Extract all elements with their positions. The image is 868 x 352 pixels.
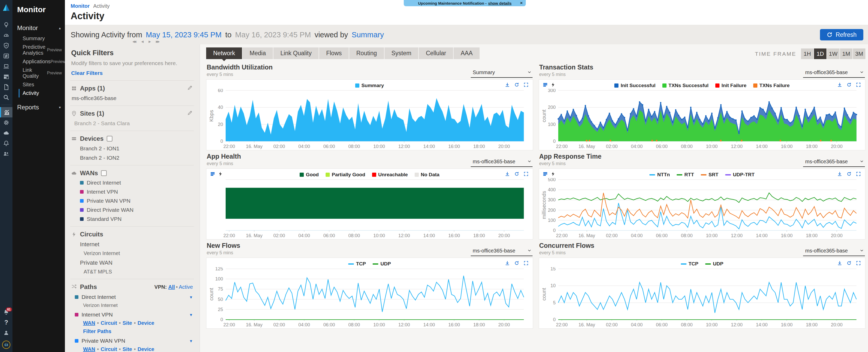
path-group[interactable]: Direct Internet▼ xyxy=(75,294,193,300)
wans-checkbox[interactable] xyxy=(101,170,107,176)
download-icon[interactable] xyxy=(837,260,842,267)
expand-icon[interactable] xyxy=(856,171,861,178)
timeframe-1M[interactable]: 1M xyxy=(840,48,852,59)
sidebar-item-activity[interactable]: Activity xyxy=(19,89,65,98)
chevron-down-icon[interactable]: ▼ xyxy=(189,339,193,343)
path-group[interactable]: Internet VPN▼ xyxy=(75,312,193,318)
tab-network[interactable]: Network xyxy=(206,47,242,59)
download-icon[interactable] xyxy=(837,171,842,178)
legend-item-summary[interactable]: Summary xyxy=(355,83,384,89)
path-scope-site[interactable]: Site xyxy=(123,320,132,326)
breadcrumb-monitor[interactable]: Monitor xyxy=(71,3,90,9)
download-icon[interactable] xyxy=(505,171,510,178)
legend-item-no-data[interactable]: No Data xyxy=(415,172,440,178)
rail-laptop[interactable] xyxy=(0,61,12,72)
tab-flows[interactable]: Flows xyxy=(319,47,349,59)
wan-item[interactable]: Private WAN VPN xyxy=(80,198,193,204)
banner-show-details-link[interactable]: show details xyxy=(488,1,512,5)
wan-item[interactable]: Direct Internet xyxy=(80,180,193,186)
rail-layout[interactable] xyxy=(0,72,12,82)
expand-icon[interactable] xyxy=(856,260,861,267)
path-scope-wan[interactable]: WAN xyxy=(83,346,95,352)
rail-document[interactable] xyxy=(0,82,12,92)
path-scope-site[interactable]: Site xyxy=(123,346,132,352)
expand-icon[interactable] xyxy=(523,260,529,267)
chart-scope-select[interactable]: ms-office365-base xyxy=(803,69,865,78)
tab-media[interactable]: Media xyxy=(243,47,273,59)
vpn-active-link[interactable]: Active xyxy=(179,284,193,290)
path-scope-device[interactable]: Device xyxy=(137,320,154,326)
tab-aaa[interactable]: AAA xyxy=(454,47,479,59)
vpn-all-link[interactable]: All xyxy=(168,284,175,290)
device-item[interactable]: Branch 2 - ION2 xyxy=(80,155,193,161)
refresh-chart-icon[interactable] xyxy=(846,171,851,178)
refresh-chart-icon[interactable] xyxy=(846,82,851,89)
banner-close-icon[interactable]: × xyxy=(520,1,523,6)
timeframe-1W[interactable]: 1W xyxy=(827,48,839,59)
circuit-item[interactable]: Verizon Internet xyxy=(84,250,193,256)
download-icon[interactable] xyxy=(505,82,510,89)
legend-item-udp[interactable]: UDP xyxy=(705,261,723,267)
rail-gauge[interactable] xyxy=(0,30,12,40)
device-item[interactable]: Branch 2 - ION1 xyxy=(80,145,193,152)
legend-item-txns-failure[interactable]: TXNs Failure xyxy=(753,83,789,89)
edit-apps-button[interactable] xyxy=(187,85,193,92)
pager-arrow-3[interactable]: ▸▸ xyxy=(156,39,159,44)
filter-paths-link[interactable]: Filter Paths xyxy=(83,328,193,335)
viewed-by-summary-link[interactable]: Summary xyxy=(351,31,384,39)
sidebar-item-predictive-analytics[interactable]: Predictive Analytics Preview xyxy=(19,43,65,57)
rail-users[interactable] xyxy=(0,148,12,159)
rail-help[interactable]: ? xyxy=(0,317,12,328)
expand-icon[interactable] xyxy=(856,82,861,89)
bolt-icon[interactable] xyxy=(551,82,556,89)
rail-activity-chart[interactable] xyxy=(0,107,12,117)
rail-lightbulb[interactable] xyxy=(0,20,12,30)
wan-item[interactable]: Direct Private WAN xyxy=(80,207,193,213)
chart-scope-select[interactable]: ms-office365-base xyxy=(803,248,865,256)
pager-arrow-1[interactable]: ◂ xyxy=(141,39,143,44)
rail-user[interactable] xyxy=(0,328,12,338)
bolt-icon[interactable] xyxy=(218,171,223,178)
tab-cellular[interactable]: Cellular xyxy=(419,47,453,59)
pager-arrow-0[interactable]: ◂◂ xyxy=(132,39,135,44)
circuit-group[interactable]: Private WAN xyxy=(80,259,193,266)
sidebar-item-link-quality[interactable]: Link Quality Preview xyxy=(19,66,65,80)
path-group[interactable]: Private WAN VPN▼ xyxy=(75,338,193,344)
path-scope-wan[interactable]: WAN xyxy=(83,320,95,326)
rail-swap[interactable] xyxy=(0,51,12,61)
sidebar-item-applications[interactable]: Applications Preview xyxy=(19,57,65,66)
legend-item-udp[interactable]: UDP xyxy=(373,261,391,267)
bolt-icon[interactable] xyxy=(551,171,556,178)
rail-alert-bell[interactable] xyxy=(0,138,12,148)
path-sub-item[interactable]: Verizon Internet xyxy=(83,303,193,308)
chevron-down-icon[interactable]: ▼ xyxy=(189,313,193,317)
refresh-button[interactable]: Refresh xyxy=(820,29,863,40)
legend-item-init-successful[interactable]: Init Successful xyxy=(614,83,655,89)
path-scope-device[interactable]: Device xyxy=(137,346,154,352)
legend-item-udp-trt[interactable]: UDP-TRT xyxy=(725,172,754,178)
chart-scope-select[interactable]: ms-office365-base xyxy=(471,159,532,167)
rail-gear[interactable] xyxy=(0,117,12,128)
path-scope-circuit[interactable]: Circuit xyxy=(101,346,117,352)
download-icon[interactable] xyxy=(837,82,842,89)
chart-scope-select[interactable]: ms-office365-base xyxy=(803,159,865,167)
refresh-chart-icon[interactable] xyxy=(514,82,519,89)
timeframe-1H[interactable]: 1H xyxy=(801,48,813,59)
wan-item[interactable]: Standard VPN xyxy=(80,216,193,222)
rail-search[interactable] xyxy=(0,92,12,103)
legend-item-txns-successful[interactable]: TXNs Successful xyxy=(662,83,709,89)
edit-sites-button[interactable] xyxy=(187,110,193,117)
sidebar-item-summary[interactable]: Summary xyxy=(19,34,65,43)
rail-cloud[interactable] xyxy=(0,128,12,138)
nav-section-reports[interactable]: Reports ▾ xyxy=(12,101,65,113)
chart-scope-select[interactable]: Summary xyxy=(471,69,532,78)
legend-item-tcp[interactable]: TCP xyxy=(348,261,366,267)
legend-item-tcp[interactable]: TCP xyxy=(681,261,699,267)
from-date-link[interactable]: May 15, 2023 9:45 PM xyxy=(146,31,222,39)
sidebar-item-sites[interactable]: Sites xyxy=(19,80,65,89)
legend-item-nttn[interactable]: NTTn xyxy=(649,172,670,178)
circuit-group[interactable]: Internet xyxy=(80,241,193,248)
tab-system[interactable]: System xyxy=(384,47,418,59)
legend-item-init-failure[interactable]: Init Failure xyxy=(715,83,746,89)
clear-filters-link[interactable]: Clear Filters xyxy=(71,70,193,76)
